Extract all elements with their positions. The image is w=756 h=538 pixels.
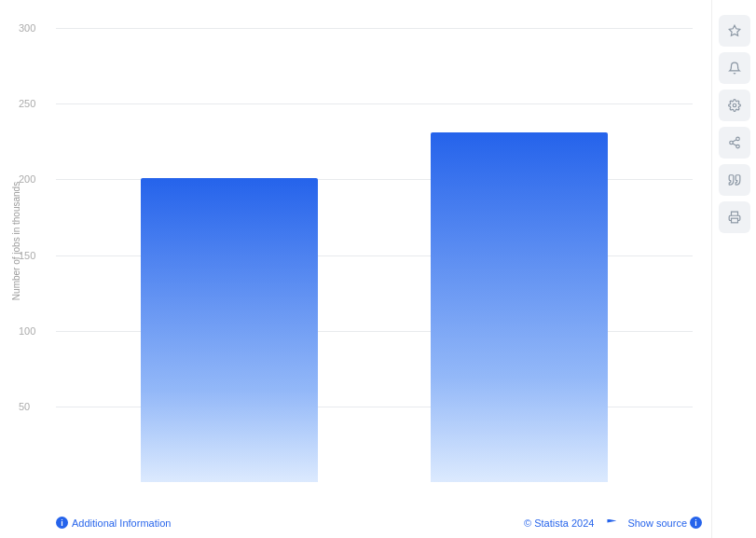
additional-info-label: Additional Information [72, 517, 171, 529]
chart-inner: 300 250 200 150 100 [56, 28, 693, 482]
cite-button[interactable] [719, 164, 750, 196]
show-source-info-icon: i [690, 517, 702, 529]
svg-point-3 [729, 141, 733, 145]
svg-point-2 [735, 137, 739, 141]
favorite-button[interactable] [719, 15, 750, 47]
grid-label-250: 250 [19, 98, 35, 109]
svg-point-4 [735, 145, 739, 148]
chart-area: Number of jobs in thousands 300 250 200 [0, 0, 711, 538]
bars-container [56, 28, 693, 482]
grid-label-100: 100 [19, 325, 35, 337]
svg-line-6 [733, 140, 736, 142]
notification-button[interactable] [719, 52, 750, 84]
info-icon: i [56, 517, 68, 529]
footer-right: © Statista 2024 Show source i [524, 517, 702, 529]
y-axis-label: Number of jobs in thousands [12, 182, 22, 300]
bar-2 [431, 132, 608, 482]
statista-label: © Statista 2024 [524, 517, 594, 529]
svg-line-5 [733, 144, 736, 145]
bar-1 [141, 178, 318, 482]
main-container: Number of jobs in thousands 300 250 200 [0, 0, 756, 538]
svg-rect-7 [731, 218, 737, 223]
svg-point-1 [733, 103, 736, 107]
grid-label-300: 300 [19, 22, 35, 34]
flag-icon [607, 519, 616, 527]
grid-label-50: 50 [19, 401, 30, 412]
svg-marker-0 [729, 25, 740, 35]
chart-footer: i Additional Information © Statista 2024… [56, 517, 702, 529]
bar-wrapper-1 [112, 28, 347, 482]
grid-label-200: 200 [19, 173, 35, 185]
settings-button[interactable] [719, 90, 750, 121]
additional-info-link[interactable]: i Additional Information [56, 517, 171, 529]
bar-wrapper-2 [403, 28, 638, 482]
show-source-link[interactable]: Show source i [627, 517, 702, 529]
show-source-label: Show source [627, 517, 687, 529]
sidebar [711, 0, 756, 538]
share-button[interactable] [719, 127, 750, 159]
grid-label-150: 150 [19, 250, 35, 261]
print-button[interactable] [719, 201, 750, 233]
